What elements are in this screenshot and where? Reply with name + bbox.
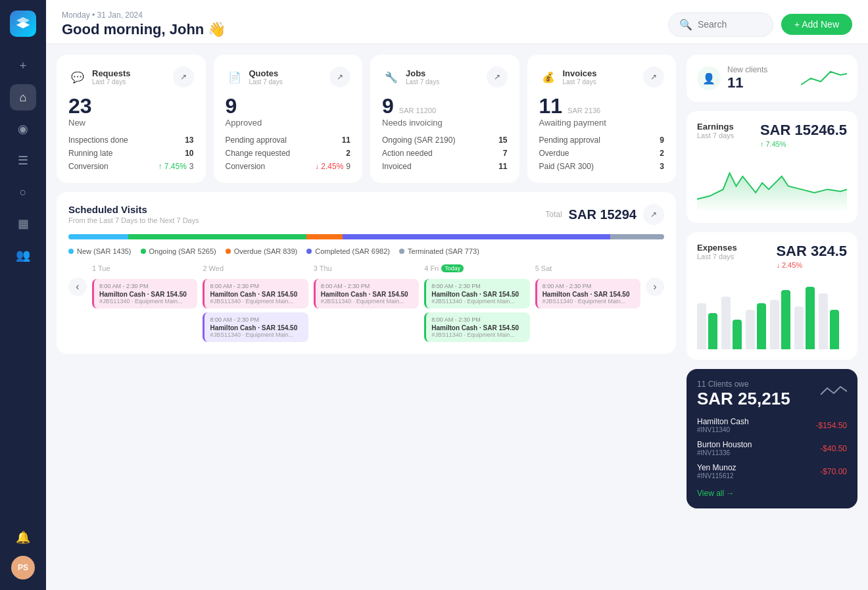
earnings-label: Earnings	[697, 122, 734, 132]
invoices-arrow[interactable]: ↗	[643, 66, 664, 87]
owe-item-1[interactable]: Hamilton Cash #INV11340 -$154.50	[697, 417, 847, 433]
view-all-button[interactable]: View all →	[697, 489, 847, 498]
action-needed-value: 7	[503, 149, 508, 158]
scheduled-card: Scheduled Visits From the Last 7 Days to…	[57, 192, 676, 354]
ongoing-row: Ongoing (SAR 2190) 15	[382, 135, 508, 145]
quotes-arrow[interactable]: ↗	[329, 66, 350, 87]
add-icon[interactable]: +	[10, 53, 36, 79]
legend-dot-terminated	[399, 249, 404, 254]
cal-event-3-1[interactable]: 8:00 AM - 2:30 PM Hamilton Cash · SAR 15…	[314, 279, 419, 308]
legend-completed-label: Completed (SAR 6982)	[315, 247, 390, 255]
total-label: Total	[545, 210, 562, 219]
cal-event-time: 8:00 AM - 2:30 PM	[321, 283, 414, 289]
cal-event-name: Hamilton Cash · SAR 154.50	[99, 291, 192, 298]
cal-day-5-header: 5 Sat	[535, 264, 640, 272]
clients-owe-card: 11 Clients owe SAR 25,215 Hamilton Cash …	[687, 369, 857, 508]
main-area: Monday • 31 Jan, 2024 Good morning, John…	[46, 0, 868, 590]
gray-bar	[697, 303, 706, 349]
owe-amount-1: -$154.50	[816, 421, 847, 430]
owe-wave-icon	[821, 381, 847, 408]
overdue-row: Overdue 2	[539, 149, 665, 158]
inv-pending-label: Pending approval	[539, 135, 600, 145]
legend-overdue-label: Overdue (SAR 839)	[234, 247, 298, 255]
jobs-arrow[interactable]: ↗	[487, 66, 508, 87]
legend-terminated-label: Terminated (SAR 773)	[408, 247, 479, 255]
cal-day-4-label: 4 Fri	[424, 264, 439, 272]
search-input[interactable]	[698, 19, 763, 30]
cal-event-4-2[interactable]: 8:00 AM - 2:30 PM Hamilton Cash · SAR 15…	[424, 312, 529, 342]
conversion-value: 3	[189, 162, 194, 171]
new-clients-label: New clients	[727, 65, 767, 74]
quotes-rows: Pending approval 11 Change requested 2	[226, 135, 351, 158]
jobs-title: Jobs	[406, 68, 439, 78]
person-icon[interactable]: ○	[10, 179, 36, 205]
owe-item-3[interactable]: Yen Munoz #INV115612 -$70.00	[697, 463, 847, 479]
requests-card: 💬 Requests Last 7 days ↗ 23 New Inspecti…	[57, 55, 206, 183]
cal-prev-arrow[interactable]: ‹	[68, 278, 87, 296]
quotes-card: 📄 Quotes Last 7 days ↗ 9 Approved Pendin…	[214, 55, 363, 183]
menu-icon[interactable]: ☰	[10, 147, 36, 174]
jobs-number: 9	[382, 95, 394, 116]
cal-event-5-1[interactable]: 8:00 AM - 2:30 PM Hamilton Cash · SAR 15…	[535, 279, 640, 308]
total-amount: SAR 15294	[569, 207, 637, 222]
cal-event-time: 8:00 AM - 2:30 PM	[431, 316, 524, 323]
cal-day-5: 5 Sat 8:00 AM - 2:30 PM Hamilton Cash · …	[535, 264, 640, 342]
header: Monday • 31 Jan, 2024 Good morning, John…	[46, 0, 868, 44]
chart-icon[interactable]: ▦	[10, 210, 36, 237]
search-bar[interactable]: 🔍	[668, 12, 773, 37]
change-requested-value: 2	[346, 149, 350, 158]
requests-arrow[interactable]: ↗	[173, 66, 194, 87]
avatar[interactable]: PS	[11, 556, 35, 579]
gray-bar	[819, 293, 828, 349]
jobs-icon: 🔧	[382, 68, 400, 86]
requests-number: 23	[68, 95, 194, 116]
date-label: Monday • 31 Jan, 2024	[62, 11, 226, 20]
cal-event-time: 8:00 AM - 2:30 PM	[210, 283, 302, 289]
inv-pending-row: Pending approval 9	[539, 135, 665, 145]
cal-event-4-1[interactable]: 8:00 AM - 2:30 PM Hamilton Cash · SAR 15…	[424, 279, 529, 308]
requests-title: Requests	[92, 68, 131, 78]
cal-event-1-1[interactable]: 8:00 AM - 2:30 PM Hamilton Cash · SAR 15…	[92, 279, 197, 308]
cal-day-3-header: 3 Thu	[314, 264, 419, 272]
home-icon[interactable]: ⌂	[10, 84, 36, 111]
requests-icon: 💬	[68, 68, 87, 86]
paid-value: 3	[660, 162, 664, 171]
earnings-chart	[697, 153, 847, 212]
cal-event-job: #JBS11340 · Equipment Main...	[431, 332, 524, 338]
running-late-label: Running late	[68, 149, 112, 158]
requests-sublabel: Last 7 days	[92, 78, 131, 86]
owe-name-3: Yen Munoz	[697, 463, 736, 472]
users-icon[interactable]: 👥	[10, 242, 36, 268]
invoices-label: Awaiting payment	[539, 118, 665, 128]
jobs-sublabel: Last 7 days	[406, 78, 439, 86]
cal-next-arrow[interactable]: ›	[646, 278, 664, 296]
earnings-change: ↑ 7.45%	[760, 140, 847, 148]
legend-dot-ongoing	[141, 249, 146, 254]
owe-item-2[interactable]: Burton Houston #INV11336 -$40.50	[697, 440, 847, 456]
quotes-label: Approved	[226, 118, 351, 128]
scheduled-subtitle: From the Last 7 Days to the Next 7 Days	[68, 216, 199, 224]
running-late-row: Running late 10	[68, 149, 194, 158]
add-new-button[interactable]: + Add New	[781, 14, 852, 35]
scheduled-expand[interactable]: ↗	[643, 204, 664, 225]
legend-ongoing: Ongoing (SAR 5265)	[141, 247, 216, 255]
stats-row: 💬 Requests Last 7 days ↗ 23 New Inspecti…	[57, 55, 676, 183]
pending-approval-value: 11	[342, 135, 350, 145]
cal-day-3: 3 Thu 8:00 AM - 2:30 PM Hamilton Cash · …	[314, 264, 419, 342]
cal-event-2-2[interactable]: 8:00 AM - 2:30 PM Hamilton Cash · SAR 15…	[203, 312, 308, 342]
invoices-sar: SAR 2136	[567, 107, 600, 114]
conversion-pct: ↑ 7.45%	[158, 162, 186, 171]
invoices-number: 11	[539, 95, 563, 116]
calendar-icon[interactable]: ◉	[10, 116, 36, 142]
bell-icon[interactable]: 🔔	[10, 524, 36, 551]
cal-event-2-1[interactable]: 8:00 AM - 2:30 PM Hamilton Cash · SAR 15…	[203, 279, 308, 308]
quotes-conversion: Conversion ↓ 2.45% 9	[226, 162, 351, 171]
today-badge: Today	[441, 264, 464, 272]
cal-day-1-header: 1 Tue	[92, 264, 197, 272]
inv-pending-value: 9	[660, 135, 664, 145]
legend-dot-new	[68, 249, 74, 254]
ongoing-label: Ongoing (SAR 2190)	[382, 135, 455, 145]
change-requested-row: Change requested 2	[226, 149, 351, 158]
overdue-label: Overdue	[539, 149, 569, 158]
content-area: 💬 Requests Last 7 days ↗ 23 New Inspecti…	[46, 44, 868, 590]
